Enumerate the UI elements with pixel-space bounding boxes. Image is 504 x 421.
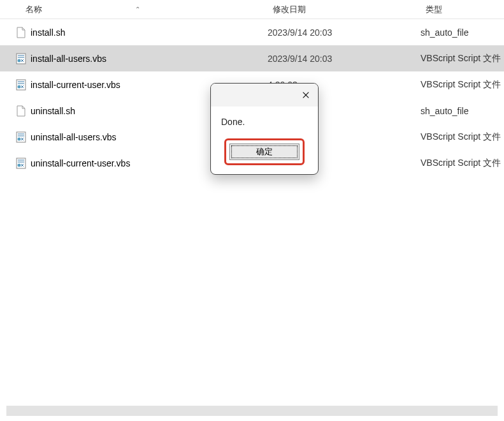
vbscript-icon — [15, 131, 27, 144]
file-type: sh_auto_file — [421, 27, 504, 38]
highlight-frame: 确定 — [224, 138, 305, 165]
file-name: uninstall-current-user.vbs — [31, 158, 130, 168]
ok-button[interactable]: 确定 — [229, 144, 299, 160]
svg-rect-4 — [17, 132, 25, 142]
file-name-cell: install-all-users.vbs — [15, 52, 268, 65]
header-name-label: 名称 — [25, 4, 42, 15]
header-date-label: 修改日期 — [273, 4, 306, 15]
file-row[interactable]: install.sh2023/9/14 20:03sh_auto_file — [0, 19, 504, 45]
file-date: 2023/9/14 20:03 — [268, 27, 421, 38]
header-type-label: 类型 — [426, 4, 442, 15]
file-icon — [15, 26, 27, 39]
column-headers: 名称 ⌃ 修改日期 类型 — [0, 0, 504, 19]
close-button[interactable] — [300, 89, 312, 101]
svg-point-3 — [18, 85, 21, 88]
file-date: 2023/9/14 20:03 — [268, 54, 421, 64]
file-name: install.sh — [31, 27, 65, 38]
file-type: VBScript Script 文件 — [421, 79, 504, 91]
column-header-type[interactable]: 类型 — [421, 4, 504, 15]
message-dialog: Done. 确定 — [210, 83, 319, 175]
dialog-titlebar — [211, 84, 318, 107]
file-type: VBScript Script 文件 — [421, 53, 504, 64]
file-type: VBScript Script 文件 — [421, 131, 504, 143]
sort-ascending-icon: ⌃ — [135, 6, 140, 13]
file-icon — [15, 105, 27, 117]
file-type: sh_auto_file — [421, 106, 504, 116]
svg-rect-0 — [17, 54, 25, 64]
file-row[interactable]: install-all-users.vbs2023/9/14 20:03VBSc… — [0, 45, 504, 71]
dialog-footer: 确定 — [211, 132, 318, 174]
svg-rect-6 — [17, 158, 25, 168]
file-name: install-all-users.vbs — [31, 54, 106, 64]
column-header-date[interactable]: 修改日期 — [268, 4, 421, 15]
status-bar — [6, 406, 498, 416]
file-name-cell: install.sh — [15, 26, 268, 39]
vbscript-icon — [15, 78, 27, 91]
svg-point-7 — [18, 163, 21, 166]
file-name: uninstall-all-users.vbs — [31, 132, 117, 142]
file-type: VBScript Script 文件 — [421, 158, 504, 169]
svg-point-1 — [18, 59, 21, 62]
vbscript-icon — [15, 157, 27, 170]
file-name: install-current-user.vbs — [31, 80, 120, 90]
column-header-name[interactable]: 名称 ⌃ — [0, 4, 268, 15]
vbscript-icon — [15, 52, 27, 65]
svg-point-5 — [18, 137, 21, 140]
close-icon — [301, 91, 310, 100]
dialog-message: Done. — [211, 107, 318, 132]
file-name: uninstall.sh — [31, 106, 75, 116]
svg-rect-2 — [17, 80, 25, 90]
